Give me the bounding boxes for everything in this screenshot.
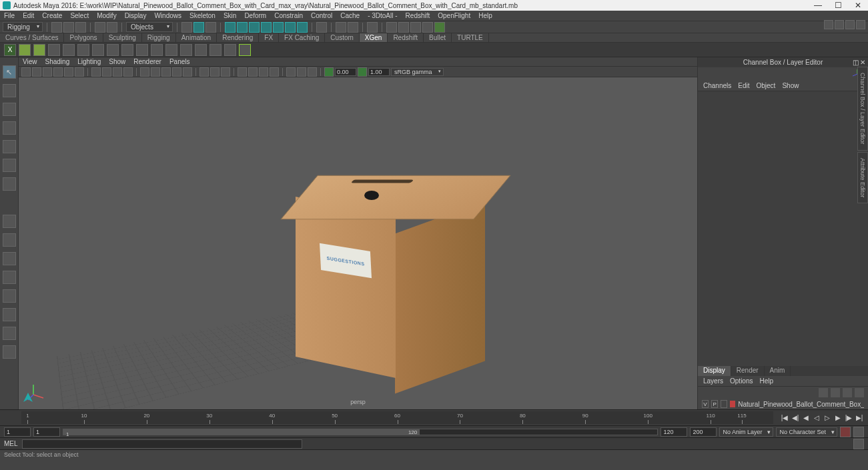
shelf-tab-bullet[interactable]: Bullet — [424, 33, 452, 42]
layer-item[interactable]: V P Natural_Pinewood_Ballot_Comment_Box_… — [698, 399, 868, 409]
menu-item-cache[interactable]: Cache — [336, 12, 364, 19]
new-scene-icon[interactable] — [51, 22, 62, 33]
time-ruler[interactable]: 1102030405060708090100110115 — [21, 411, 773, 424]
channel-menu-channels[interactable]: Channels — [703, 82, 731, 89]
play-back-button[interactable]: ◁ — [812, 413, 821, 423]
layer-move-down-icon[interactable] — [831, 388, 840, 397]
shelf-tab-fx-caching[interactable]: FX Caching — [279, 33, 325, 42]
script-editor-icon[interactable] — [853, 439, 864, 449]
vp-exposure-icon[interactable] — [286, 67, 296, 77]
viewport-persp[interactable]: SUGGESTIONS persp — [19, 77, 697, 409]
shelf-xgen-create-icon[interactable] — [19, 44, 31, 56]
panel-layout4-icon[interactable] — [422, 22, 433, 33]
vp-gamma-toggle-icon[interactable] — [358, 67, 367, 77]
layer-menu-layers[interactable]: Layers — [703, 377, 723, 385]
layer-color-swatch[interactable] — [730, 401, 735, 407]
menu-item-create[interactable]: Create — [38, 12, 66, 19]
render-frame-icon[interactable] — [336, 22, 346, 33]
shelf-tab-custom[interactable]: Custom — [325, 33, 359, 42]
go-to-end-button[interactable]: ▶| — [855, 413, 864, 423]
character-set-dropdown[interactable]: No Character Set — [776, 427, 837, 437]
outliner-icon[interactable] — [845, 20, 855, 29]
graph-editor-icon[interactable] — [856, 20, 865, 29]
view-cube[interactable] — [698, 67, 868, 81]
vp-2d-pan-icon[interactable] — [64, 67, 73, 77]
snap-plane-icon[interactable] — [261, 22, 272, 33]
vp-exposure-toggle-icon[interactable] — [324, 67, 334, 77]
render-settings-icon[interactable] — [367, 22, 378, 33]
layout-persp-icon[interactable] — [3, 327, 16, 340]
vp-gamma-icon[interactable] — [297, 67, 306, 77]
shelf-xgen-library-icon[interactable] — [33, 44, 45, 56]
scale-tool-icon[interactable] — [3, 159, 16, 172]
last-tool-icon[interactable] — [3, 177, 16, 191]
menu-item-redshift[interactable]: Redshift — [402, 12, 434, 19]
step-forward-key-button[interactable]: |▶ — [844, 413, 853, 423]
move-tool-icon[interactable] — [3, 121, 16, 135]
vp-xray-joints-icon[interactable] — [221, 67, 230, 77]
vp-grease-icon[interactable] — [75, 67, 84, 77]
layer-visibility-toggle[interactable]: V — [702, 400, 709, 408]
rotate-tool-icon[interactable] — [3, 140, 16, 153]
side-tab-attribute-editor[interactable]: Attribute Editor — [857, 152, 868, 204]
layout-three-icon[interactable] — [3, 289, 16, 303]
layer-new-empty-icon[interactable] — [843, 388, 852, 397]
shelf-tab-xgen[interactable]: XGen — [360, 33, 388, 42]
channel-menu-object[interactable]: Object — [757, 82, 776, 89]
vp-motion-blur-icon[interactable] — [248, 67, 258, 77]
menu-item-control[interactable]: Control — [307, 12, 336, 19]
vp-ao-icon[interactable] — [238, 67, 247, 77]
redo-icon[interactable] — [107, 22, 117, 33]
select-by-hierarchy-icon[interactable] — [181, 22, 192, 33]
ipr-render-icon[interactable] — [348, 22, 358, 33]
layer-playback-toggle[interactable]: P — [711, 400, 718, 408]
shelf-tab-polygons[interactable]: Polygons — [64, 33, 103, 42]
vp-smooth-shade-icon[interactable] — [151, 67, 160, 77]
vp-view-transform-icon[interactable] — [308, 67, 317, 77]
shelf-icon-5[interactable] — [107, 44, 119, 56]
menu-item-help[interactable]: Help — [474, 12, 496, 19]
layer-menu-help[interactable]: Help — [759, 377, 773, 385]
layer-display-type[interactable] — [721, 400, 727, 408]
shelf-icon-14[interactable] — [239, 44, 251, 56]
vp-menu-lighting[interactable]: Lighting — [77, 58, 101, 65]
layer-tab-anim[interactable]: Anim — [765, 366, 791, 376]
modeling-toolkit-icon[interactable] — [824, 20, 833, 29]
snap-grid-icon[interactable] — [225, 22, 236, 33]
vp-film-gate-icon[interactable] — [102, 67, 111, 77]
step-back-key-button[interactable]: ◀| — [791, 413, 800, 423]
snap-curve-icon[interactable] — [237, 22, 248, 33]
range-start-outer-input[interactable] — [4, 427, 31, 437]
layout-four-icon[interactable] — [3, 233, 16, 247]
make-live-icon[interactable] — [297, 22, 308, 33]
range-start-inner-input[interactable] — [33, 427, 60, 437]
shelf-icon-4[interactable] — [92, 44, 104, 56]
maximize-button[interactable]: ☐ — [828, 0, 848, 11]
menu-item-deform[interactable]: Deform — [240, 12, 270, 19]
panel-layout3-icon[interactable] — [410, 22, 421, 33]
vp-lock-camera-icon[interactable] — [32, 67, 41, 77]
vp-image-plane-icon[interactable] — [53, 67, 63, 77]
panel-undock-icon[interactable]: ◫ — [853, 59, 859, 66]
layer-menu-options[interactable]: Options — [730, 377, 753, 385]
menu-item--3dtoall-[interactable]: - 3DtoAll - — [364, 12, 401, 19]
menu-item-constrain[interactable]: Constrain — [270, 12, 307, 19]
select-tool-icon[interactable]: ↖ — [3, 65, 16, 79]
auto-key-icon[interactable] — [840, 427, 851, 437]
layout-outliner-icon[interactable] — [3, 308, 16, 321]
shelf-icon-11[interactable] — [195, 44, 207, 56]
menu-item-file[interactable]: File — [0, 12, 19, 19]
minimize-button[interactable]: — — [808, 0, 828, 11]
range-end-inner-input[interactable] — [661, 427, 687, 437]
shelf-icon-1[interactable] — [48, 44, 60, 56]
vp-aa-icon[interactable] — [259, 67, 268, 77]
menu-item-display[interactable]: Display — [121, 12, 151, 19]
vp-isolate-icon[interactable] — [199, 67, 209, 77]
snap-live-icon[interactable] — [273, 22, 284, 33]
menu-item-skeleton[interactable]: Skeleton — [185, 12, 220, 19]
play-forward-button[interactable]: ▷ — [823, 413, 832, 423]
shelf-icon-7[interactable] — [136, 44, 148, 56]
vp-gate-mask-icon[interactable] — [123, 67, 133, 77]
vp-use-lights-icon[interactable] — [172, 67, 181, 77]
range-slider[interactable]: 1120 — [63, 429, 658, 435]
